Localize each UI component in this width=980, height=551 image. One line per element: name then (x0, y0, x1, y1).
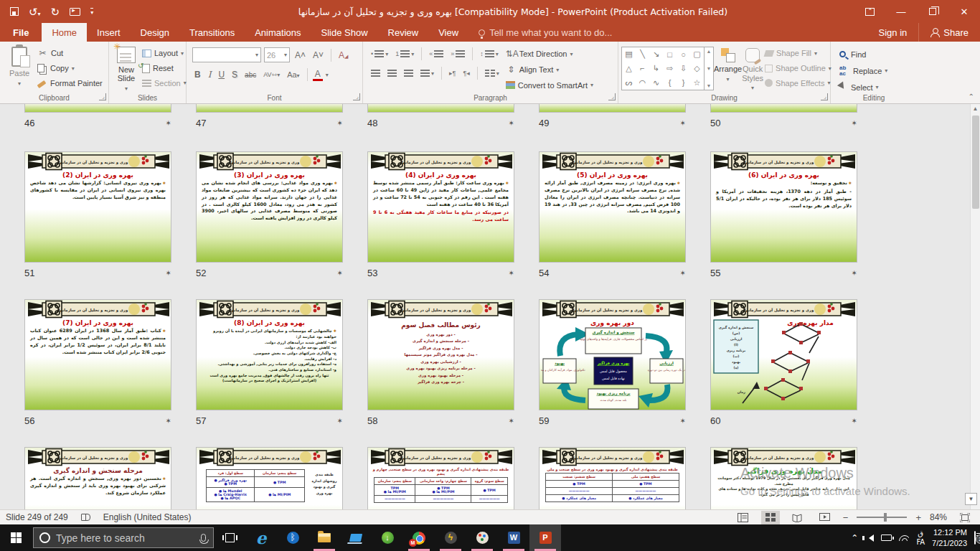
shape-icon[interactable]: ╲ (640, 50, 645, 59)
slide-thumbnail[interactable]: بهره وری و تجزیه و تحلیل آن در سازمانها … (367, 151, 514, 263)
tab-review[interactable]: Review (378, 23, 429, 42)
ltr-direction-button[interactable]: ▸¶ (447, 68, 458, 78)
slide-thumbnail[interactable]: بهره وری و تجزیه و تحلیل آن در سازمانها … (24, 299, 171, 410)
normal-view-button[interactable] (734, 511, 753, 524)
volume-icon[interactable] (865, 534, 874, 542)
save-icon[interactable] (10, 7, 19, 16)
drawing-dialog-launcher[interactable] (821, 93, 828, 100)
arrange-button[interactable]: Arrange▾ (714, 44, 742, 92)
clock[interactable]: 12:12 PM7/21/2023 (932, 527, 967, 548)
scroll-up-icon[interactable]: ▲ (971, 104, 980, 114)
shape-icon[interactable]: □ (667, 50, 672, 59)
language-indicator[interactable]: قFA (916, 529, 925, 547)
taskbar-powerpoint[interactable]: P (529, 524, 561, 551)
taskbar-word[interactable]: W (498, 524, 529, 551)
shape-icon[interactable]: } (682, 78, 685, 87)
text-shadow-button[interactable]: S (230, 69, 240, 80)
tab-transitions[interactable]: Transitions (179, 23, 245, 42)
slide-thumbnail[interactable]: بهره وری و تجزیه و تحلیل آن در سازمانها … (539, 447, 686, 509)
tab-home[interactable]: Home (42, 23, 87, 42)
slide-thumbnail[interactable]: بهره وری و تجزیه و تحلیل آن در سازمانها … (367, 299, 514, 410)
font-size-combo[interactable]: 26▾ (264, 47, 290, 62)
bullets-button[interactable]: •▾ (369, 49, 390, 59)
slide-thumbnail[interactable]: بهره وری و تجزیه و تحلیل آن در سازمانها … (196, 299, 343, 410)
slide-thumbnail[interactable]: بهره وری و تجزیه و تحلیل آن در سازمانها … (367, 447, 514, 509)
slide-thumbnail-partial[interactable] (710, 104, 857, 113)
increase-font-size-button[interactable]: A˄ (293, 50, 308, 61)
start-button[interactable] (0, 524, 32, 551)
rtl-direction-button[interactable]: ¶◂ (461, 68, 471, 78)
slide-thumbnail-partial[interactable] (539, 104, 686, 113)
tab-view[interactable]: View (428, 23, 468, 42)
microphone-icon[interactable] (201, 534, 206, 542)
language-label[interactable]: English (United States) (103, 512, 192, 522)
fit-to-window-button[interactable] (956, 511, 974, 524)
shape-outline-button[interactable]: Shape Outline▾ (765, 62, 831, 75)
customize-qat-icon[interactable]: ▾ (90, 8, 93, 16)
strikethrough-button[interactable]: abc (242, 70, 258, 80)
shape-icon[interactable]: ∿ (653, 78, 659, 88)
replace-button[interactable]: abacReplace▾ (839, 64, 913, 77)
redo-icon[interactable]: ↻ (51, 6, 60, 17)
change-case-button[interactable]: Aa▾ (285, 70, 301, 80)
clear-formatting-button[interactable]: A◢ (336, 50, 350, 61)
shape-icon[interactable]: { (669, 78, 672, 87)
scrollbar-thumb[interactable] (972, 116, 979, 209)
font-dialog-launcher[interactable] (353, 93, 360, 100)
taskbar-idm[interactable]: ↓ (372, 524, 403, 551)
shapes-gallery[interactable]: ▤╲↘□○▢△⌐↳⇨⇩◇ᔕ◠∿{}☆ ▲▼▼ (621, 44, 714, 92)
slide-thumbnail[interactable]: بهره وری و تجزیه و تحلیل آن در سازمانها … (710, 447, 857, 509)
slide-thumbnail-partial[interactable] (24, 104, 171, 113)
task-view-button[interactable] (214, 524, 245, 551)
clipboard-dialog-launcher[interactable] (99, 93, 106, 100)
taskbar-file-explorer[interactable] (308, 524, 340, 551)
tell-me-box[interactable]: Tell me what you want to do... (468, 23, 612, 42)
align-center-button[interactable] (385, 68, 399, 78)
shape-icon[interactable]: ↳ (653, 64, 659, 73)
character-spacing-button[interactable]: AV⇿▾ (261, 70, 282, 79)
close-button[interactable]: ✕ (948, 0, 980, 23)
shape-icon[interactable]: △ (626, 64, 631, 73)
shape-icon[interactable]: ⇨ (666, 64, 673, 73)
slide-thumbnail[interactable]: بهره وری و تجزیه و تحلیل آن در سازمانها … (196, 447, 343, 509)
paste-button[interactable]: Paste▾ (3, 44, 36, 92)
align-right-button[interactable] (402, 68, 415, 78)
shape-effects-button[interactable]: Shape Effects▾ (765, 77, 831, 89)
tray-expand-icon[interactable]: ⌃ (851, 533, 858, 543)
columns-button[interactable]: ▾ (483, 68, 501, 78)
slide-thumbnail[interactable]: بهره وری و تجزیه و تحلیل آن در سازمانها … (24, 151, 171, 263)
slideshow-view-button[interactable] (816, 511, 834, 524)
sign-in-button[interactable]: Sign in (867, 23, 919, 42)
section-button[interactable]: Section▾ (142, 77, 187, 89)
next-slides-button[interactable]: ▼ (965, 493, 977, 505)
taskbar-chrome[interactable]: M (403, 524, 435, 551)
copy-button[interactable]: Copy▾ (37, 62, 103, 75)
reading-view-button[interactable] (788, 511, 807, 524)
shape-icon[interactable]: ◠ (639, 78, 646, 88)
shape-icon[interactable]: ↘ (653, 50, 659, 59)
spell-check-icon[interactable] (81, 514, 90, 521)
slide-thumbnail[interactable]: بهره وری و تجزیه و تحلیل آن در سازمانها … (539, 299, 686, 410)
quick-styles-button[interactable]: Quick Styles▾ (742, 44, 763, 92)
shape-fill-button[interactable]: Shape Fill▾ (765, 47, 831, 60)
shapes-gallery-scroll[interactable]: ▲▼▼ (705, 47, 714, 90)
taskbar-search-box[interactable]: Type here to search (33, 527, 214, 548)
find-button[interactable]: Find (839, 47, 913, 61)
taskbar-computer[interactable] (340, 524, 372, 551)
tab-insert[interactable]: Insert (87, 23, 131, 42)
underline-button[interactable]: U (216, 69, 227, 80)
start-slideshow-icon[interactable] (70, 8, 80, 16)
slide-thumbnail-partial[interactable] (196, 104, 343, 113)
shape-icon[interactable]: ᔕ (626, 78, 633, 88)
slide-thumbnail-partial[interactable] (367, 104, 514, 113)
slide-sorter-view-button[interactable] (761, 511, 780, 524)
convert-to-smartart-button[interactable]: Convert to SmartArt▾ (506, 78, 593, 92)
shape-icon[interactable]: ▢ (693, 50, 700, 59)
zoom-slider-thumb[interactable] (884, 513, 887, 522)
numbering-button[interactable]: 1▾ (393, 49, 416, 59)
slide-thumbnail[interactable]: بهره وری و تجزیه و تحلیل آن در سازمانها … (196, 151, 343, 263)
vertical-scrollbar[interactable]: ▲ (970, 104, 980, 509)
taskbar-edge[interactable]: e (245, 524, 277, 551)
reset-button[interactable]: Reset (142, 62, 187, 75)
align-text-button[interactable]: ⇕Align Text▾ (506, 63, 593, 77)
